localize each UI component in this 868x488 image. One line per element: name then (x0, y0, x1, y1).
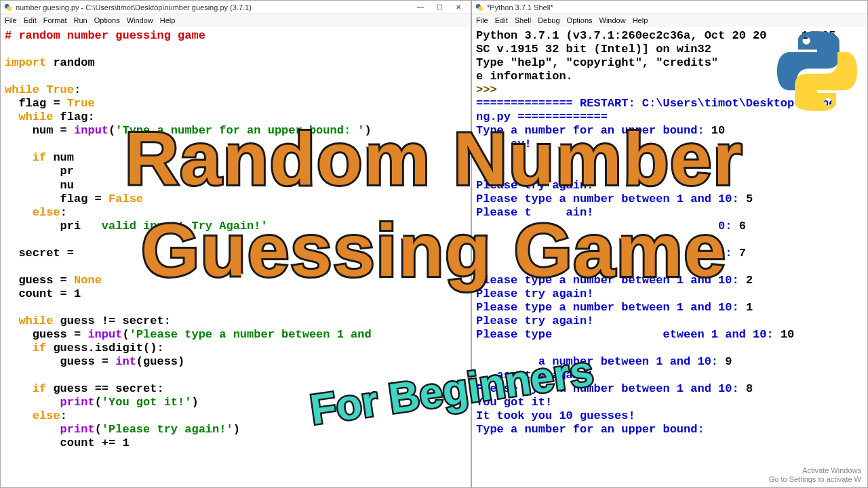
editor-window: number guesing.py - C:\Users\timot\Deskt… (0, 0, 471, 488)
menu-help[interactable]: Help (160, 16, 176, 24)
svg-point-3 (478, 6, 483, 11)
menu-options[interactable]: Options (567, 16, 593, 24)
python-shell-icon (475, 3, 484, 12)
menu-debug[interactable]: Debug (538, 16, 559, 24)
close-button[interactable]: ✕ (449, 1, 468, 14)
maximize-button[interactable]: ☐ (430, 1, 449, 14)
menu-format[interactable]: Format (43, 16, 67, 24)
menu-help[interactable]: Help (633, 16, 648, 24)
shell-menubar: File Edit Shell Debug Options Window Hel… (472, 14, 867, 26)
editor-titlebar[interactable]: number guesing.py - C:\Users\timot\Deskt… (1, 1, 471, 14)
menu-options[interactable]: Options (94, 16, 120, 24)
editor-menubar: File Edit Format Run Options Window Help (1, 14, 471, 26)
shell-title: *Python 3.7.1 Shell* (487, 3, 865, 12)
shell-titlebar[interactable]: *Python 3.7.1 Shell* (472, 1, 867, 14)
editor-code[interactable]: # random number guessing game import ran… (1, 26, 471, 487)
editor-title: number guesing.py - C:\Users\timot\Deskt… (16, 3, 411, 12)
menu-file[interactable]: File (5, 16, 17, 24)
minimize-button[interactable]: — (411, 1, 430, 14)
menu-edit[interactable]: Edit (24, 16, 37, 24)
menu-edit[interactable]: Edit (495, 16, 508, 24)
menu-run[interactable]: Run (74, 16, 87, 24)
menu-file[interactable]: File (476, 16, 488, 24)
python-file-icon (3, 3, 13, 12)
menu-window[interactable]: Window (127, 16, 153, 24)
svg-point-1 (7, 6, 12, 11)
shell-output[interactable]: Python 3.7.1 (v3.7.1:260ec2c36a, Oct 20 … (472, 26, 867, 487)
shell-window: *Python 3.7.1 Shell* File Edit Shell Deb… (471, 0, 868, 488)
menu-window[interactable]: Window (599, 16, 626, 24)
menu-shell[interactable]: Shell (515, 16, 531, 24)
